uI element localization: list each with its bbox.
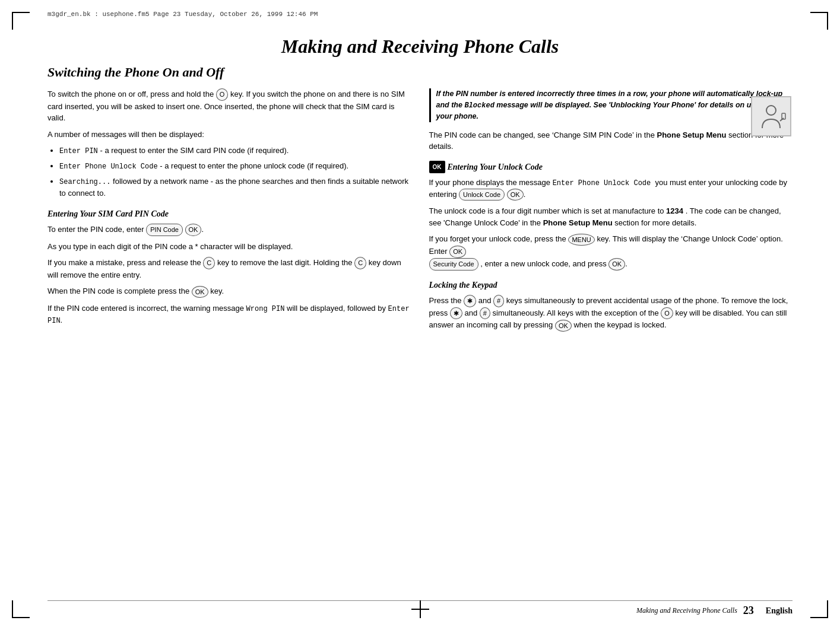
footer-language: English [766, 606, 793, 616]
footer-text: Making and Receiving Phone Calls [636, 606, 737, 615]
keypad-p1-mid3: and [465, 308, 480, 317]
blocked-mono: Blocked [464, 101, 494, 110]
sim-p2: As you type in each digit of the PIN cod… [47, 241, 411, 253]
intro-text: To switch the phone on or off, press and… [47, 90, 214, 98]
unlock-heading-container: OK Entering Your Unlock Code [429, 161, 793, 173]
sim-p4: When the PIN code is complete press the … [47, 285, 411, 298]
svg-point-0 [766, 106, 776, 115]
ok-key-5: OK [608, 258, 625, 271]
star-key-1: ✱ [464, 295, 476, 307]
bullet-2-mono: Enter Phone Unlock Code [59, 163, 158, 171]
right-column: If the PIN number is entered incorrectly… [429, 88, 793, 336]
hash-key-1: # [493, 295, 504, 307]
messages-intro: A number of messages will then be displa… [47, 129, 411, 141]
pin-change-bold: Phone Setup Menu [657, 131, 726, 139]
keypad-p1-mid1: and [478, 296, 493, 305]
hash-key-2: # [480, 307, 490, 320]
sim-p5-mono1: Wrong PIN [246, 305, 285, 313]
bullet-2-text: - a request to enter the phone unlock co… [160, 161, 348, 170]
bottom-crosshair [411, 600, 429, 618]
page-title: Making and Receiving Phone Calls [47, 36, 793, 58]
sim-p1: To enter the PIN code, enter PIN Code OK… [47, 224, 411, 236]
ok-key-3: OK [507, 189, 524, 201]
keypad-p1-pre: Press the [429, 296, 462, 305]
unlock-p3: If you forget your unlock code, press th… [429, 233, 793, 270]
unlock-p2-bold2: Phone Setup Menu [543, 218, 613, 227]
bullet-1-mono: Enter PIN [59, 147, 98, 155]
sim-p4-pre: When the PIN code is complete press the [47, 287, 189, 295]
header-text: m3gdr_en.bk : usephone.fm5 Page 23 Tuesd… [47, 11, 318, 18]
bullet-list: Enter PIN - a request to enter the SIM c… [59, 145, 411, 199]
unlock-p2-pre: The unlock code is a four digit number w… [429, 206, 664, 215]
person-svg [756, 101, 786, 131]
footer-page-number: 23 [743, 604, 754, 617]
warning-text-block: If the PIN number is entered incorrectly… [429, 88, 793, 122]
bullet-item-1: Enter PIN - a request to enter the SIM c… [59, 145, 411, 157]
unlock-p2-bold: 1234 [666, 206, 683, 215]
ok-key-1: OK [185, 224, 202, 236]
sim-subheading: Entering Your SIM Card PIN Code [47, 208, 411, 220]
unlock-p2-end: section for more details. [614, 218, 696, 227]
ok-key-4: OK [449, 246, 466, 258]
corner-mark-bl [12, 600, 30, 618]
pin-change-p: The PIN code can be changed, see ‘Change… [429, 129, 793, 152]
unlock-p2: The unlock code is a four digit number w… [429, 205, 793, 228]
unlock-p3-pre: If you forget your unlock code, press th… [429, 234, 566, 243]
star-key-2: ✱ [450, 307, 462, 320]
sim-p5-end: . [61, 316, 63, 324]
bullet-3-mono: Searching... [59, 178, 110, 186]
power-key: O [216, 88, 229, 101]
o-key: O [661, 307, 673, 320]
security-code-key: Security Code [429, 258, 478, 271]
unlock-p1-end: . [524, 190, 526, 199]
bullet-item-2: Enter Phone Unlock Code - a request to e… [59, 160, 411, 172]
pin-change-pre: The PIN code can be changed, see ‘Change… [429, 131, 655, 139]
section-heading: Switching the Phone On and Off [47, 65, 793, 80]
unlock-p1-mono: Enter Phone Unlock Code [553, 179, 655, 187]
warning-bar [429, 88, 431, 122]
warning-container: If the PIN number is entered incorrectly… [429, 88, 793, 122]
left-column: To switch the phone on or off, press and… [47, 88, 411, 336]
bullet-1-text: - a request to enter the SIM card PIN co… [100, 146, 289, 155]
c-key-2: C [354, 257, 366, 269]
corner-mark-tr [810, 12, 828, 30]
ok-icon: OK [429, 161, 445, 173]
sim-p3-mid: key to remove the last digit. Holding th… [217, 258, 353, 267]
menu-key: MENU [568, 234, 594, 246]
c-key-1: C [203, 257, 215, 269]
bullet-3-text: followed by a network name - as the phon… [59, 177, 408, 198]
header-bar: m3gdr_en.bk : usephone.fm5 Page 23 Tuesd… [47, 11, 793, 18]
sim-p1-pre: To enter the PIN code, enter [47, 225, 144, 234]
corner-mark-br [810, 600, 828, 618]
keypad-p1-end2: when the keypad is locked. [573, 320, 666, 329]
keypad-p1-mid4: simultaneously. All keys with the except… [493, 308, 661, 317]
keypad-p1: Press the ✱ and # keys simultaneously to… [429, 295, 793, 332]
intro-paragraph: To switch the phone on or off, press and… [47, 88, 411, 124]
corner-mark-tl [12, 12, 30, 30]
unlock-code-key: Unlock Code [459, 189, 505, 201]
sim-p3: If you make a mistake, press and release… [47, 257, 411, 281]
main-content: Making and Receiving Phone Calls Switchi… [47, 30, 793, 594]
sim-p5: If the PIN code entered is incorrect, th… [47, 303, 411, 326]
ok-key-2: OK [192, 286, 208, 298]
warning-strong: If the PIN number is entered incorrectly… [436, 90, 787, 120]
phone-person-icon [751, 96, 791, 136]
sim-p3-pre: If you make a mistake, press and release… [47, 258, 201, 267]
sim-p5-pre: If the PIN code entered is incorrect, th… [47, 304, 244, 313]
two-col-layout: To switch the phone on or off, press and… [47, 88, 793, 336]
unlock-heading-text: Entering Your Unlock Code [448, 161, 543, 173]
unlock-p3-end2: , enter a new unlock code, and press [480, 259, 606, 268]
bullet-item-3: Searching... followed by a network name … [59, 176, 411, 199]
sim-p4-end: key. [210, 287, 224, 295]
sim-p5-mid: will be displayed, followed by [287, 304, 386, 313]
keypad-heading: Locking the Keypad [429, 279, 793, 291]
pin-code-key: PIN Code [146, 224, 183, 236]
unlock-p1: If your phone displays the message Enter… [429, 177, 793, 201]
ok-key-6: OK [555, 320, 572, 332]
unlock-p3-end: . [625, 259, 627, 268]
sim-p1-end: . [201, 225, 204, 234]
unlock-p1-pre: If your phone displays the message [429, 178, 551, 187]
